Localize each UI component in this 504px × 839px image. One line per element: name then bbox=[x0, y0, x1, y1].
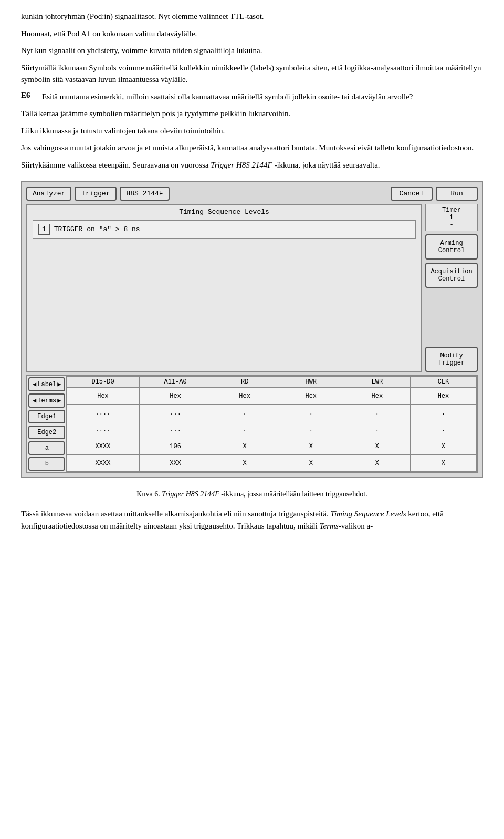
h8s-button[interactable]: H8S 2144F bbox=[120, 187, 169, 201]
edge1-label: Edge1 bbox=[28, 410, 65, 423]
hex-lwr[interactable]: Hex bbox=[344, 388, 410, 405]
edge2-hwr[interactable]: . bbox=[278, 421, 344, 438]
e6-label: E6 bbox=[21, 91, 42, 103]
col-lwr: LWR bbox=[344, 377, 410, 388]
p8-italic: Trigger H8S 2144F bbox=[211, 161, 272, 169]
col-clk: CLK bbox=[410, 377, 476, 388]
a-lwr[interactable]: X bbox=[344, 438, 410, 455]
a-row: XXXX 106 X X X X bbox=[67, 438, 477, 455]
col-a11-a0: A11-A0 bbox=[139, 377, 212, 388]
arming-control-button[interactable]: ArmingControl bbox=[425, 234, 478, 260]
edge1-rd[interactable]: . bbox=[212, 405, 278, 421]
caption-italic: Trigger H8S 2144F bbox=[162, 490, 219, 498]
edge1-hwr[interactable]: . bbox=[278, 405, 344, 421]
paragraph-1: kunkin johtoryhmän (Pod:in) signaalitaso… bbox=[21, 11, 483, 23]
data-table: D15-D0 A11-A0 RD HWR LWR CLK Hex Hex Hex… bbox=[66, 376, 477, 472]
b-hwr[interactable]: X bbox=[278, 455, 344, 472]
edge1-clk[interactable]: . bbox=[410, 405, 476, 421]
trigger-button[interactable]: Trigger bbox=[75, 187, 117, 201]
analyzer-button[interactable]: Analyzer bbox=[26, 187, 71, 201]
hex-a11[interactable]: Hex bbox=[139, 388, 212, 405]
run-button[interactable]: Run bbox=[436, 187, 478, 201]
timer-display: Timer 1 - bbox=[425, 204, 478, 231]
footer-timing-italic: Timing Sequence Levels bbox=[330, 510, 406, 518]
edge1-a11[interactable]: ... bbox=[139, 405, 212, 421]
b-a11[interactable]: XXX bbox=[139, 455, 212, 472]
edge2-label: Edge2 bbox=[28, 426, 65, 439]
label-button[interactable]: ◀ Label ▶ bbox=[28, 377, 65, 391]
p8-end: -ikkuna, joka näyttää seuraavalta. bbox=[272, 161, 380, 169]
b-lwr[interactable]: X bbox=[344, 455, 410, 472]
timer-value: 1 bbox=[429, 214, 474, 221]
terms-button[interactable]: ◀ Terms ▶ bbox=[28, 393, 65, 408]
timing-sequence-title: Timing Sequence Levels bbox=[27, 205, 421, 217]
hex-rd[interactable]: Hex bbox=[212, 388, 278, 405]
e6-text: Esitä muutama esimerkki, milloin saattai… bbox=[42, 91, 483, 103]
label-arrow-right: ▶ bbox=[57, 380, 61, 388]
footer-terms-italic: Terms bbox=[320, 522, 339, 530]
b-clk[interactable]: X bbox=[410, 455, 476, 472]
acquisition-control-button[interactable]: AcquisitionControl bbox=[425, 263, 478, 288]
figure-caption: Kuva 6. Trigger H8S 2144F -ikkuna, jossa… bbox=[21, 489, 483, 500]
edge1-d15[interactable]: .... bbox=[67, 405, 139, 421]
right-panel: Timer 1 - ArmingControl AcquisitionContr… bbox=[425, 204, 478, 372]
hex-hwr[interactable]: Hex bbox=[278, 388, 344, 405]
hex-clk[interactable]: Hex bbox=[410, 388, 476, 405]
label-text: Label bbox=[37, 381, 56, 388]
terms-text: Terms bbox=[37, 397, 56, 405]
ui-window: Analyzer Trigger H8S 2144F Cancel Run Ti… bbox=[21, 181, 483, 478]
b-rd[interactable]: X bbox=[212, 455, 278, 472]
a-label: a bbox=[28, 441, 65, 455]
edge2-clk[interactable]: . bbox=[410, 421, 476, 438]
edge2-d15[interactable]: .... bbox=[67, 421, 139, 438]
paragraph-7: Jos vahingossa muutat jotakin arvoa ja e… bbox=[21, 142, 483, 154]
edge1-row: .... ... . . . . bbox=[67, 405, 477, 421]
edge2-lwr[interactable]: . bbox=[344, 421, 410, 438]
table-wrapper: ◀ Label ▶ ◀ Terms ▶ Edge1 Edge2 a b D1 bbox=[27, 376, 477, 472]
hex-d15[interactable]: Hex bbox=[67, 388, 139, 405]
paragraph-5: Tällä kertaa jätämme symbolien määrittel… bbox=[21, 108, 483, 120]
label-arrow-left: ◀ bbox=[33, 380, 36, 388]
edge2-rd[interactable]: . bbox=[212, 421, 278, 438]
terms-arrow-right: ▶ bbox=[57, 397, 61, 405]
a-a11[interactable]: 106 bbox=[139, 438, 212, 455]
main-area: Timing Sequence Levels 1 TRIGGER on "a" … bbox=[26, 204, 478, 372]
b-row: XXXX XXX X X X X bbox=[67, 455, 477, 472]
edge2-row: .... ... . . . . bbox=[67, 421, 477, 438]
top-bar: Analyzer Trigger H8S 2144F Cancel Run bbox=[26, 187, 478, 201]
paragraph-4: Siirtymällä ikkunaan Symbols voimme määr… bbox=[21, 62, 483, 86]
a-hwr[interactable]: X bbox=[278, 438, 344, 455]
footer-p1: Tässä ikkunassa voidaan asettaa mittauks… bbox=[21, 510, 330, 518]
paragraph-8: Siirtykäämme valikossa eteenpäin. Seuraa… bbox=[21, 159, 483, 171]
trigger-row: 1 TRIGGER on "a" > 8 ns bbox=[33, 220, 416, 239]
p8-prefix: Siirtykäämme valikossa eteenpäin. Seuraa… bbox=[21, 161, 211, 169]
a-d15[interactable]: XXXX bbox=[67, 438, 139, 455]
cancel-button[interactable]: Cancel bbox=[391, 187, 433, 201]
col-d15-d0: D15-D0 bbox=[67, 377, 139, 388]
paragraph-3: Nyt kun signaalit on yhdistetty, voimme … bbox=[21, 45, 483, 57]
caption-suffix: -ikkuna, jossa määritellään laitteen tri… bbox=[219, 490, 368, 498]
trigger-text: TRIGGER on "a" > 8 ns bbox=[54, 225, 140, 233]
hex-row: Hex Hex Hex Hex Hex Hex bbox=[67, 388, 477, 405]
edge1-lwr[interactable]: . bbox=[344, 405, 410, 421]
center-panel: Timing Sequence Levels 1 TRIGGER on "a" … bbox=[26, 204, 422, 372]
paragraph-2: Huomaat, että Pod A1 on kokonaan valittu… bbox=[21, 28, 483, 40]
paragraph-6: Liiku ikkunassa ja tutustu valintojen ta… bbox=[21, 125, 483, 137]
edge2-a11[interactable]: ... bbox=[139, 421, 212, 438]
e6-block: E6 Esitä muutama esimerkki, milloin saat… bbox=[21, 91, 483, 103]
timer-dash: - bbox=[429, 221, 474, 229]
b-d15[interactable]: XXXX bbox=[67, 455, 139, 472]
modify-trigger-button[interactable]: ModifyTrigger bbox=[425, 347, 478, 372]
b-label: b bbox=[28, 457, 65, 471]
trigger-number: 1 bbox=[38, 224, 50, 235]
col-rd: RD bbox=[212, 377, 278, 388]
right-spacer bbox=[425, 291, 478, 344]
table-left-labels: ◀ Label ▶ ◀ Terms ▶ Edge1 Edge2 a b bbox=[27, 376, 66, 472]
footer-p1-end2: -valikon a- bbox=[339, 522, 373, 530]
footer-paragraph: Tässä ikkunassa voidaan asettaa mittauks… bbox=[21, 508, 483, 532]
caption-prefix: Kuva 6. bbox=[136, 490, 162, 498]
a-rd[interactable]: X bbox=[212, 438, 278, 455]
terms-arrow-left: ◀ bbox=[33, 397, 36, 405]
a-clk[interactable]: X bbox=[410, 438, 476, 455]
timer-label: Timer bbox=[429, 206, 474, 214]
